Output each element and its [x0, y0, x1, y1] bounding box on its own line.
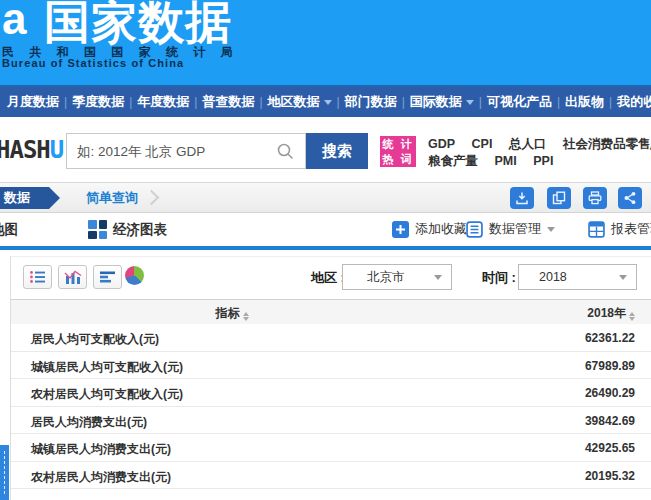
report-manage-button[interactable]: 报表管理 — [588, 220, 651, 238]
table-header: 指标 2018年 — [11, 299, 651, 325]
region-select[interactable]: 北京市 — [342, 264, 452, 290]
hot-word-grain[interactable]: 粮食产量 — [428, 154, 478, 168]
hot-words-badge: 统 计 热 词 — [380, 136, 416, 167]
list-view-icon — [29, 270, 47, 284]
table-row: 城镇居民人均消费支出(元) 42925.65 — [11, 434, 651, 462]
bureau-name-en: Bureau of Statistics of China — [2, 57, 184, 69]
hot-word-ppi[interactable]: PPI — [533, 154, 553, 168]
view-tabs-row: 地图 经济图表 添加收藏 数据管理 报表管理 — [0, 213, 651, 246]
chevron-down-icon — [619, 275, 627, 280]
nav-item-regional[interactable]: 地区数据 — [263, 93, 337, 111]
search-button[interactable]: 搜索 — [306, 133, 368, 169]
time-select[interactable]: 2018 — [518, 264, 637, 290]
bar-chart-view-button[interactable] — [58, 265, 87, 289]
value-cell: 62361.22 — [585, 331, 635, 345]
table-row: 农村居民人均消费支出(元) 20195.32 — [11, 462, 651, 490]
hot-word-population[interactable]: 总人口 — [509, 137, 547, 151]
hot-word-retail[interactable]: 社会消费品零售总额 — [563, 137, 651, 151]
value-cell: 42925.65 — [585, 441, 635, 455]
column-header-indicator[interactable]: 指标 — [172, 305, 292, 322]
table-row: 城镇居民人均可支配收入(元) 67989.89 — [11, 352, 651, 380]
indicator-cell: 居民人均可支配收入(元) — [31, 331, 159, 348]
column-header-year[interactable]: 2018年 — [587, 305, 635, 322]
nav-item-publications[interactable]: 出版物 — [560, 93, 609, 111]
plus-icon — [392, 221, 409, 238]
copy-button[interactable] — [547, 187, 571, 209]
nav-item-quarterly[interactable]: 季度数据 — [67, 93, 129, 111]
report-manage-icon — [588, 221, 605, 238]
nav-item-annual[interactable]: 年度数据 — [132, 93, 194, 111]
bar-chart-view-icon — [64, 270, 82, 284]
download-button[interactable] — [510, 187, 534, 209]
region-label: 地区 : — [311, 269, 345, 287]
indicator-cell: 城镇居民人均消费支出(元) — [31, 441, 171, 458]
pie-view-icon[interactable] — [125, 266, 144, 285]
page: a 国家数据 民 共 和 国 国 家 统 计 局 Bureau of Stati… — [0, 0, 651, 500]
printer-icon — [588, 191, 602, 205]
chevron-down-icon — [547, 227, 555, 232]
chevron-down-icon — [324, 100, 332, 105]
value-cell: 67989.89 — [585, 359, 635, 373]
data-manage-button[interactable]: 数据管理 — [466, 220, 555, 238]
nav-item-department[interactable]: 部门数据 — [340, 93, 402, 111]
breadcrumb-toolbar: 数据 简单查询 — [0, 182, 651, 213]
tab-economic-chart[interactable]: 经济图表 — [113, 221, 167, 239]
table-row: 农村居民人均可支配收入(元) 26490.29 — [11, 379, 651, 407]
search-input[interactable] — [66, 133, 306, 169]
handle-grip-icon — [4, 451, 5, 494]
data-manage-icon — [466, 221, 483, 238]
share-button[interactable] — [618, 187, 642, 209]
hbar-view-icon — [99, 270, 117, 284]
indicator-cell: 农村居民人均可支配收入(元) — [31, 386, 183, 403]
download-icon — [515, 191, 529, 205]
logo-wordmark-partial: a — [2, 0, 26, 44]
nav-item-census[interactable]: 普查数据 — [197, 93, 259, 111]
site-header: a 国家数据 民 共 和 国 国 家 统 计 局 Bureau of Stati… — [0, 0, 651, 87]
economic-chart-icon — [88, 220, 107, 239]
hbar-view-button[interactable] — [93, 265, 122, 289]
nav-item-favorites[interactable]: 我的收藏 — [612, 93, 651, 111]
nav-item-visualization[interactable]: 可视化产品 — [482, 93, 557, 111]
hot-word-gdp[interactable]: GDP — [428, 137, 455, 151]
chashu-logo: HASHU — [0, 135, 63, 164]
add-favorite-button[interactable]: 添加收藏 — [392, 220, 467, 238]
time-label: 时间 : — [482, 269, 516, 287]
hot-word-pmi[interactable]: PMI — [494, 154, 516, 168]
list-view-button[interactable] — [23, 265, 52, 289]
table-row: 居民人均可支配收入(元) 62361.22 — [11, 324, 651, 352]
sort-icon — [243, 312, 249, 321]
chevron-down-icon — [466, 100, 474, 105]
tab-data[interactable]: 数据 — [0, 187, 60, 209]
value-cell: 20195.32 — [585, 469, 635, 483]
value-cell: 39842.69 — [585, 414, 635, 428]
search-bar-section: HASHU 搜索 统 计 热 词 GDP CPI 总人口 社会消费品零售总额 粮… — [0, 117, 651, 182]
value-cell: 26490.29 — [585, 386, 635, 400]
nav-item-monthly[interactable]: 月度数据 — [2, 93, 64, 111]
chevron-right-icon — [144, 190, 160, 206]
query-result-panel: 地区 : 北京市 时间 : 2018 指标 2018年 居民人均可支配收入(元)… — [0, 250, 651, 500]
table-row: 居民人均消费支出(元) 39842.69 — [11, 407, 651, 435]
share-icon — [623, 191, 637, 205]
copy-icon — [552, 191, 566, 205]
hot-words-list: GDP CPI 总人口 社会消费品零售总额 粮食产量 PMI PPI — [428, 136, 651, 170]
table-body: 居民人均可支配收入(元) 62361.22 城镇居民人均可支配收入(元) 679… — [11, 324, 651, 489]
print-button[interactable] — [583, 187, 607, 209]
indicator-cell: 农村居民人均消费支出(元) — [31, 469, 171, 486]
search-magnifier-icon — [276, 142, 295, 161]
tab-map[interactable]: 地图 — [0, 221, 18, 239]
main-nav: 月度数据 | 季度数据 | 年度数据 | 普查数据 | 地区数据 | 部门数据 … — [0, 87, 651, 117]
sort-icon — [629, 312, 635, 321]
hot-word-cpi[interactable]: CPI — [472, 137, 493, 151]
tab-simple-query[interactable]: 简单查询 — [86, 187, 138, 209]
indicator-cell: 城镇居民人均可支配收入(元) — [31, 359, 183, 376]
side-panel-handle[interactable] — [0, 445, 9, 500]
nav-item-international[interactable]: 国际数据 — [405, 93, 479, 111]
chevron-down-icon — [434, 275, 442, 280]
indicator-cell: 居民人均消费支出(元) — [31, 414, 147, 431]
